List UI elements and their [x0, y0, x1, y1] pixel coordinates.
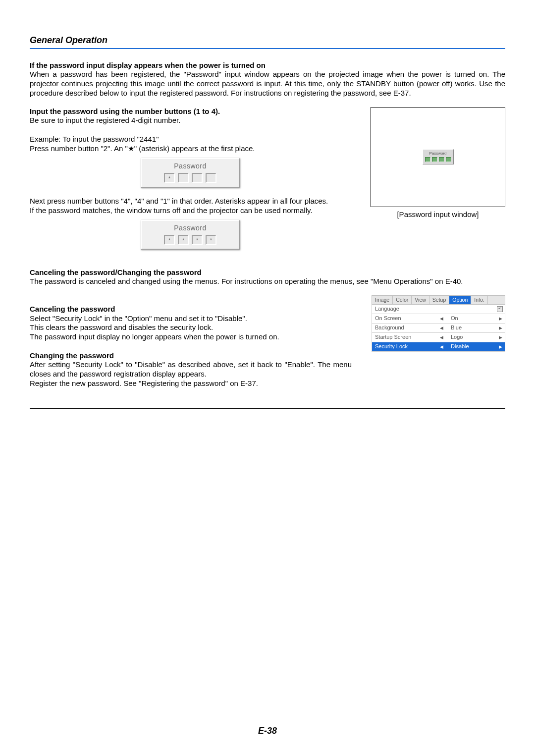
password-box-1 — [164, 173, 175, 183]
password-box-4 — [206, 173, 216, 183]
text-press-2: Press number button "2". An "★" (asteris… — [30, 144, 351, 154]
change-line-2: Register the new password. See "Register… — [30, 379, 352, 388]
horizontal-rule — [30, 48, 505, 49]
triangle-left-icon[interactable]: ◀ — [437, 325, 446, 331]
menu-tab-setup[interactable]: Setup — [429, 296, 449, 304]
menu-row-background[interactable]: Background◀Blue▶ — [372, 324, 505, 333]
menu-row-security-lock[interactable]: Security Lock◀Disable▶ — [372, 342, 505, 352]
password-box-1 — [164, 235, 175, 245]
triangle-right-icon[interactable]: ▶ — [496, 325, 505, 331]
menu-row-value: Logo — [446, 334, 496, 341]
menu-row-value: On — [446, 315, 496, 322]
password-dialog-one-filled: Password — [141, 158, 240, 188]
heading-changing: Changing the password — [30, 351, 352, 361]
menu-row-label: Language — [372, 306, 437, 313]
proj-box — [446, 157, 451, 162]
password-box-2 — [178, 235, 189, 245]
menu-tab-info[interactable]: Info. — [471, 296, 487, 304]
cancel-line-3: The password input display no longer app… — [30, 332, 352, 342]
projection-caption: [Password input window] — [371, 210, 505, 219]
password-box-3 — [192, 235, 203, 245]
password-box-3 — [192, 173, 203, 183]
projection-inner-title: Password — [425, 151, 451, 156]
proj-box — [425, 157, 430, 162]
menu-tab-view[interactable]: View — [412, 296, 429, 304]
menu-tab-color[interactable]: Color — [393, 296, 412, 304]
text-if-matches: If the password matches, the window turn… — [30, 206, 351, 216]
triangle-right-icon[interactable]: ▶ — [496, 344, 505, 350]
triangle-right-icon[interactable]: ▶ — [496, 335, 505, 340]
proj-box — [432, 157, 437, 162]
text-example: Example: To input the password "2441" — [30, 135, 351, 144]
menu-row-value: Blue — [446, 324, 496, 331]
menu-row-value: Disable — [446, 343, 496, 350]
horizontal-divider — [30, 408, 505, 409]
text-next-press: Next press number buttons "4", "4" and "… — [30, 197, 351, 206]
password-box-2 — [178, 173, 189, 183]
heading-power-on: If the password input display appears wh… — [30, 61, 505, 70]
body-power-on: When a password has been registered, the… — [30, 70, 505, 98]
password-dialog-all-filled: Password — [141, 220, 240, 250]
menu-row-label: Security Lock — [372, 343, 437, 350]
password-dialog-title-2: Password — [146, 224, 235, 233]
option-menu: ImageColorViewSetupOptionInfo. LanguageO… — [372, 295, 505, 352]
cancel-line-2: This clears the password and disables th… — [30, 323, 352, 332]
section-title: General Operation — [30, 35, 505, 46]
menu-row-on-screen[interactable]: On Screen◀On▶ — [372, 314, 505, 324]
heading-canceling: Canceling the password — [30, 305, 352, 314]
password-box-4 — [206, 235, 216, 245]
change-line-1: After setting "Security Lock" to "Disabl… — [30, 360, 352, 379]
cancel-line-1: Select "Security Lock" in the "Option" m… — [30, 314, 352, 324]
menu-row-label: Startup Screen — [372, 334, 437, 341]
projection-preview: Password — [371, 107, 505, 207]
menu-row-startup-screen[interactable]: Startup Screen◀Logo▶ — [372, 333, 505, 342]
page-number: E-38 — [0, 725, 535, 737]
text-4-digit: Be sure to input the registered 4-digit … — [30, 116, 351, 125]
password-dialog-title: Password — [146, 162, 235, 171]
triangle-left-icon[interactable]: ◀ — [437, 316, 446, 322]
body-cancel-change: The password is canceled and changed usi… — [30, 277, 505, 286]
enter-icon[interactable] — [495, 306, 505, 312]
triangle-right-icon[interactable]: ▶ — [496, 316, 505, 322]
menu-row-language[interactable]: Language — [372, 305, 505, 314]
triangle-left-icon[interactable]: ◀ — [437, 335, 446, 340]
proj-box — [439, 157, 444, 162]
menu-tab-image[interactable]: Image — [372, 296, 393, 304]
heading-cancel-change: Canceling the password/Changing the pass… — [30, 268, 505, 277]
heading-input-password: Input the password using the number butt… — [30, 107, 351, 116]
menu-row-label: On Screen — [372, 315, 437, 322]
menu-row-label: Background — [372, 324, 437, 331]
triangle-left-icon[interactable]: ◀ — [437, 344, 446, 350]
menu-tab-option[interactable]: Option — [449, 296, 471, 304]
